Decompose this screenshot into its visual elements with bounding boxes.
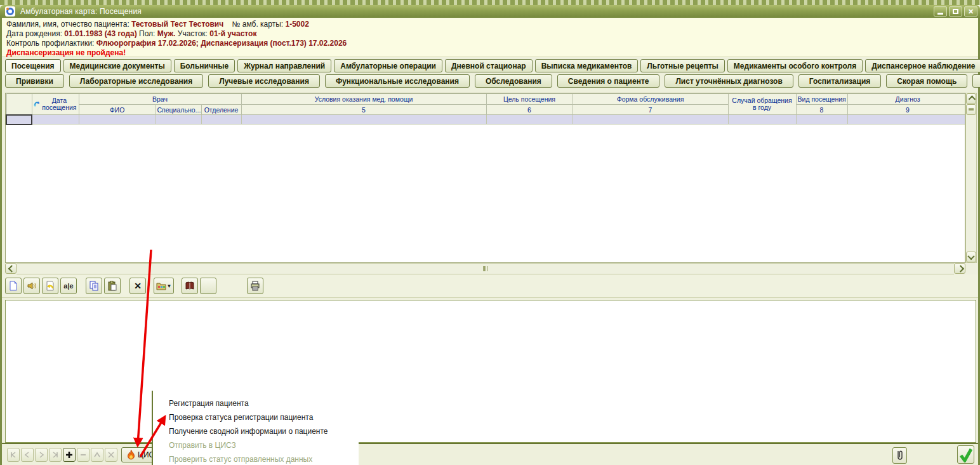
prevention-value: Флюорография 17.02.2026; Диспансеризация… (96, 39, 347, 48)
tab-vaccinations[interactable]: Прививки (5, 74, 64, 88)
speaker-icon (27, 281, 37, 291)
menu-item-get-patient-summary[interactable]: Получение сводной информации о пациенте (153, 424, 359, 438)
menu-item-register-patient[interactable]: Регистрация пациента (153, 396, 359, 410)
tab-day-hospital[interactable]: Дневной стационар (445, 59, 533, 72)
col-group-visit-kind[interactable]: Вид посещения (796, 94, 847, 105)
col-group-form[interactable]: Форма обслуживания (573, 94, 728, 105)
vertical-scroll-track[interactable] (966, 115, 976, 252)
col-group-conditions[interactable]: Условия оказания мед. помощи (241, 94, 486, 105)
tab-dispensary-observation[interactable]: Диспансерное наблюдение (865, 59, 980, 72)
horizontal-scroll-grip[interactable] (483, 266, 487, 271)
tab-hospitalization[interactable]: Госпитализация (798, 74, 881, 88)
tab-privileged-prescriptions[interactable]: Льготные рецепты (640, 59, 724, 72)
tab-radiology-tests[interactable]: Лучевые исследования (208, 74, 320, 88)
col-group-goal[interactable]: Цель посещения (486, 94, 573, 105)
col-doctor-department[interactable]: Отделение (201, 105, 241, 115)
scroll-up-button[interactable] (966, 93, 976, 104)
tab-medication-dispensing[interactable]: Выписка медикаментов (535, 59, 639, 72)
print-button[interactable] (247, 278, 263, 294)
col-num-9[interactable]: 9 (847, 105, 965, 115)
dispensary-warning: Диспансеризация не пройдена! (6, 48, 974, 58)
nav-cancel-button[interactable] (105, 448, 117, 462)
tab-sick-leaves[interactable]: Больничные (174, 59, 235, 72)
col-num-6[interactable]: 6 (486, 105, 573, 115)
scroll-right-button[interactable] (954, 263, 965, 274)
tab-patient-details[interactable]: Сведения о пациенте (557, 74, 660, 88)
new-record-button[interactable] (5, 278, 22, 294)
next-record-icon (37, 450, 46, 459)
tab-laboratory-tests[interactable]: Лабораторные исследования (69, 74, 203, 88)
nav-insert-record-button[interactable] (63, 448, 76, 462)
voice-input-button[interactable] (23, 278, 40, 294)
vertical-scroll-thumb[interactable] (966, 104, 976, 115)
tab-referrals-journal[interactable]: Журнал направлений (237, 59, 331, 72)
close-button[interactable]: ✕ (964, 6, 977, 17)
tab-clarified-diagnoses[interactable]: Лист уточнённых диагнозов (665, 74, 793, 88)
attachment-button[interactable] (892, 447, 907, 464)
tab-ambulance[interactable]: Скорая помощь (886, 74, 967, 88)
scroll-left-button[interactable] (5, 263, 17, 274)
horizontal-scrollbar[interactable] (5, 263, 977, 274)
vertical-scrollbar[interactable] (965, 93, 977, 263)
delete-button[interactable]: ✕ (129, 278, 146, 294)
confirm-button[interactable] (957, 445, 974, 464)
nav-next-record-button[interactable] (35, 448, 48, 462)
visits-grid-region: Дата посещения Врач Условия оказания мед… (5, 93, 977, 274)
row-selector-cell[interactable] (6, 115, 32, 125)
prior-record-icon (23, 450, 32, 459)
revert-button[interactable] (42, 278, 58, 294)
patient-dob-line: Дата рождения: 01.01.1983 (43 года) Пол:… (6, 29, 974, 39)
card-number-value: 1-5002 (286, 20, 309, 29)
row-selector-header (6, 94, 32, 115)
tab-medical-documents[interactable]: Медицинские документы (63, 59, 171, 72)
tab-functional-tests[interactable]: Функциональные исследования (325, 74, 470, 88)
dob-value: 01.01.1983 (43 года) (64, 29, 136, 38)
col-num-7[interactable]: 7 (573, 105, 728, 115)
col-visit-date[interactable]: Дата посещения (32, 94, 79, 115)
last-record-icon (51, 450, 60, 459)
selected-empty-row[interactable] (6, 115, 965, 125)
horizontal-scroll-track[interactable] (17, 263, 954, 274)
maximize-button[interactable] (949, 6, 962, 17)
templates-dropdown-button[interactable]: ▼ (154, 278, 174, 294)
tab-controlled-medications[interactable]: Медикаменты особого контроля (727, 59, 863, 72)
col-case-of-year[interactable]: Случай обращения в году (728, 94, 796, 115)
tab-visits[interactable]: Посещения (5, 59, 61, 72)
paste-icon (107, 281, 117, 291)
col-doctor-fio[interactable]: ФИО (79, 105, 156, 115)
nav-first-record-button[interactable] (7, 448, 20, 462)
find-replace-button[interactable]: a|e (60, 278, 77, 294)
copy-button[interactable] (86, 278, 102, 294)
tab-row-1: Посещения Медицинские документы Больничн… (5, 59, 975, 72)
col-group-doctor[interactable]: Врач (79, 94, 241, 105)
tab-outpatient-operations[interactable]: Амбулаторные операции (334, 59, 442, 72)
col-group-diagnosis[interactable]: Диагноз (847, 94, 965, 105)
col-num-5[interactable]: 5 (241, 105, 486, 115)
chevron-right-icon (957, 265, 964, 272)
minimize-button[interactable] (934, 6, 947, 17)
col-doctor-specialty[interactable]: Специально... (156, 105, 201, 115)
col-num-8[interactable]: 8 (796, 105, 847, 115)
scroll-down-button[interactable] (966, 252, 976, 262)
close-icon: ✕ (968, 8, 974, 15)
sort-icon[interactable] (34, 100, 40, 109)
nav-edit-record-button[interactable] (91, 448, 103, 462)
menu-item-check-registration-status[interactable]: Проверка статуса регистрации пациента (153, 410, 359, 424)
minimize-icon (937, 13, 943, 15)
menu-item-check-sent-data-status[interactable]: Проверить статус отправленных данных (153, 452, 359, 465)
tab-examinations[interactable]: Обследования (475, 74, 552, 88)
thumb-grip-icon (969, 108, 974, 111)
sex-label: Пол: (139, 29, 155, 38)
blank-button[interactable] (200, 278, 216, 294)
copy-icon (89, 281, 99, 291)
paste-button[interactable] (104, 278, 121, 294)
find-replace-icon: a|e (63, 282, 73, 290)
nav-last-record-button[interactable] (49, 448, 62, 462)
reference-book-button[interactable] (182, 278, 198, 294)
nav-prior-record-button[interactable] (21, 448, 34, 462)
nav-delete-record-button[interactable] (77, 448, 89, 462)
bottom-bar: ЦИСЗ (2, 443, 978, 465)
chevron-up-icon (969, 95, 976, 102)
tab-oncology-detection[interactable]: Онковыявления (972, 74, 980, 88)
menu-item-send-to-cisz[interactable]: Отправить в ЦИСЗ (153, 438, 359, 452)
